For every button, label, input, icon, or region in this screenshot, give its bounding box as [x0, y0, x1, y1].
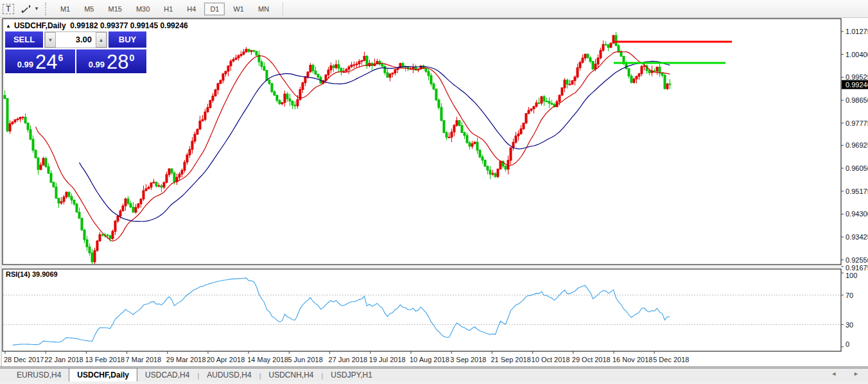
date-tick-label: 28 Dec 2017 [4, 356, 44, 363]
current-price-tag: 0.99246 [842, 80, 868, 89]
chart-title: ▲USDCHF,Daily 0.99182 0.99377 0.99145 0.… [6, 21, 188, 30]
chart-ohlc-values: 0.99182 0.99377 0.99145 0.99246 [70, 21, 188, 30]
volume-input[interactable]: 3.00 [56, 32, 96, 48]
date-tick-label: 27 Jun 2018 [329, 356, 368, 363]
price-tick-label: 0.97775 [846, 119, 868, 127]
price-tick-label: 0.99525 [846, 73, 868, 81]
chart-tab-usdcad[interactable]: USDCAD,H4 [137, 369, 197, 381]
tab-scroll-left-icon[interactable]: ◄ [831, 371, 837, 377]
sell-price-pip: 6 [58, 54, 64, 62]
chart-tab-usdjpy[interactable]: USDJPY,H1 [323, 369, 379, 381]
chart-tab-usdcnh[interactable]: USDCNH,H4 [261, 369, 321, 381]
pane-splitter[interactable] [3, 265, 841, 268]
price-tick-label: 1.00400 [846, 51, 868, 58]
price-tick-label: 0.93425 [846, 233, 868, 241]
rsi-scale: 10070300 [841, 272, 857, 348]
rsi-scale-label: 100 [846, 272, 857, 279]
date-tick-label: 5 Dec 2018 [653, 356, 689, 363]
date-tick-label: 29 Mar 2018 [166, 356, 206, 363]
price-axis[interactable]: 1.012751.004000.995250.986500.977750.969… [841, 28, 868, 272]
sell-price-big: 24 [35, 53, 57, 71]
sell-price-prefix: 0.99 [17, 58, 33, 71]
sell-price-button[interactable]: 0.99 24 6 [5, 49, 75, 73]
buy-price-big: 28 [107, 53, 128, 71]
date-tick-label: 16 Nov 2018 [612, 356, 652, 363]
date-tick-label: 13 Feb 2018 [85, 356, 125, 363]
volume-up-button[interactable]: ▲ [96, 32, 107, 48]
price-tick-label: 1.01275 [846, 28, 868, 35]
rsi-indicator-label: RSI(14) 39.9069 [6, 270, 58, 278]
svg-text:0.99246: 0.99246 [846, 81, 868, 89]
date-tick-label: 14 May 2018 [247, 356, 288, 363]
volume-stepper: ▼ 3.00 ▲ [44, 31, 107, 48]
chart-symbol-label: USDCHF,Daily [14, 21, 66, 30]
price-tick-label: 0.96050 [846, 164, 868, 172]
price-tick-label: 0.94300 [846, 210, 868, 218]
rsi-scale-label: 0 [846, 340, 849, 348]
date-tick-label: 20 Apr 2018 [207, 356, 245, 363]
chart-tab-usdchf[interactable]: USDCHF,Daily [69, 368, 137, 381]
rsi-scale-label: 70 [846, 292, 853, 299]
price-tick-label: 0.95175 [846, 188, 868, 195]
date-tick-label: 19 Jul 2018 [369, 356, 406, 363]
date-tick-label: 3 Sep 2018 [450, 356, 486, 363]
price-tick-label: 0.98650 [846, 96, 868, 104]
price-tick-label: 0.91675 [846, 264, 868, 272]
buy-price-prefix: 0.99 [89, 58, 105, 71]
collapse-triangle-icon: ▲ [6, 23, 11, 29]
sell-button[interactable]: SELL [5, 31, 43, 48]
price-tick-label: 0.96925 [846, 141, 868, 149]
rsi-scale-label: 30 [846, 321, 853, 329]
chart-tab-bar: EURUSD,H4USDCHF,DailyUSDCAD,H4|AUDUSD,H4… [0, 368, 868, 381]
date-tick-label: 10 Oct 2018 [532, 356, 570, 363]
price-tick-label: 0.92550 [846, 256, 868, 264]
date-tick-label: 5 Jun 2018 [288, 356, 322, 363]
date-tick-label: 29 Oct 2018 [572, 356, 611, 363]
date-tick-label: 22 Jan 2018 [44, 356, 83, 363]
chart-tab-audusd[interactable]: AUDUSD,H4 [199, 369, 259, 381]
volume-down-button[interactable]: ▼ [45, 32, 56, 48]
one-click-trade-panel: SELL ▼ 3.00 ▲ BUY 0.99 24 6 0.99 28 0 [5, 31, 146, 73]
buy-price-button[interactable]: 0.99 28 0 [76, 49, 146, 73]
date-tick-label: 21 Sep 2018 [490, 356, 530, 363]
rsi-pane [3, 269, 841, 351]
chart-tabs: EURUSD,H4USDCHF,DailyUSDCAD,H4|AUDUSD,H4… [9, 368, 380, 381]
date-tick-label: 7 Mar 2018 [126, 356, 162, 363]
buy-price-pip: 0 [130, 54, 135, 62]
chart-tab-eurusd[interactable]: EURUSD,H4 [9, 369, 69, 381]
window-bottom-edge [0, 381, 868, 384]
date-axis[interactable]: 28 Dec 201722 Jan 201813 Feb 20187 Mar 2… [4, 351, 689, 363]
buy-button[interactable]: BUY [108, 31, 146, 48]
date-tick-label: 10 Aug 2018 [410, 356, 449, 363]
tab-scroll-right-icon[interactable]: ► [853, 371, 859, 377]
